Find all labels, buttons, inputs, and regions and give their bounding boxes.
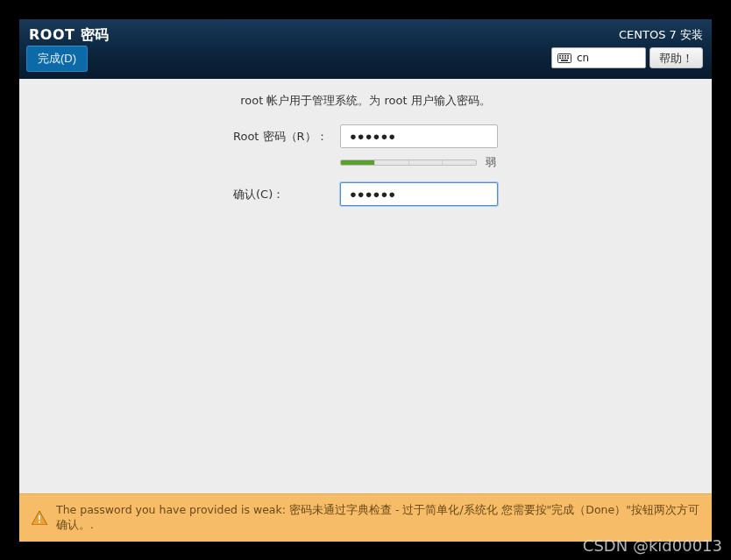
svg-rect-5 xyxy=(559,57,561,59)
confirm-password-input[interactable] xyxy=(340,182,498,206)
warning-icon xyxy=(32,511,47,525)
svg-rect-11 xyxy=(39,521,40,523)
svg-rect-1 xyxy=(559,55,561,57)
password-strength-meter xyxy=(340,159,477,166)
svg-rect-9 xyxy=(561,60,568,61)
done-button[interactable]: 完成(D) xyxy=(26,46,88,72)
content-area: root 帐户用于管理系统。为 root 用户输入密码。 Root 密码（R）：… xyxy=(19,79,712,493)
root-password-label: Root 密码（R）： xyxy=(233,129,331,145)
root-password-input[interactable] xyxy=(340,124,498,148)
keyboard-icon xyxy=(557,53,571,63)
keyboard-layout-switcher[interactable]: cn xyxy=(551,47,646,68)
keyboard-layout-label: cn xyxy=(577,52,589,64)
installer-branding: CENTOS 7 安装 xyxy=(619,27,703,43)
form-description: root 帐户用于管理系统。为 root 用户输入密码。 xyxy=(120,93,611,109)
svg-rect-6 xyxy=(562,57,564,59)
svg-rect-8 xyxy=(567,57,569,59)
password-strength-label: 弱 xyxy=(486,155,498,170)
svg-rect-10 xyxy=(39,515,40,520)
help-button[interactable]: 帮助！ xyxy=(649,47,703,68)
svg-rect-4 xyxy=(567,55,569,57)
installer-header: ROOT 密码 完成(D) CENTOS 7 安装 cn 帮助！ xyxy=(19,19,712,79)
svg-rect-7 xyxy=(564,57,566,59)
watermark: CSDN @kid00013 xyxy=(583,536,722,555)
warning-message: The password you have provided is weak: … xyxy=(56,503,699,533)
warning-bar: The password you have provided is weak: … xyxy=(19,493,712,542)
page-title: ROOT 密码 xyxy=(28,26,703,45)
svg-rect-2 xyxy=(562,55,564,57)
svg-rect-3 xyxy=(564,55,566,57)
confirm-password-label: 确认(C)： xyxy=(233,187,331,202)
